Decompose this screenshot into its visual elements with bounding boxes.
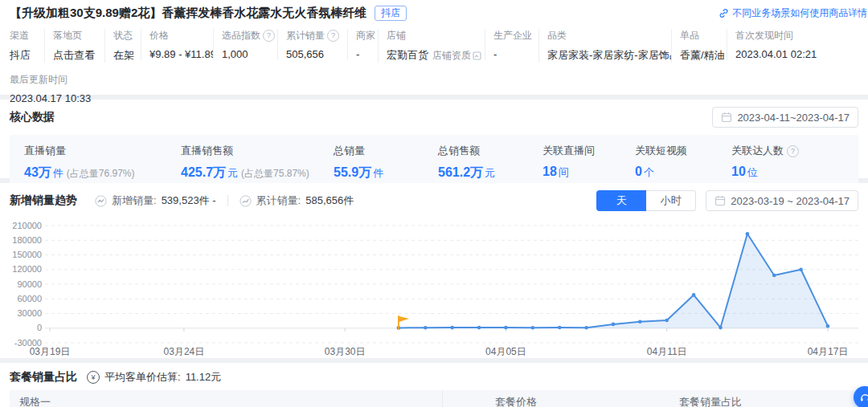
field-value: 抖店 [10,48,36,63]
product-field-11: 单品香薰/精油 [671,29,727,63]
package-share-card: 套餐销量占比 ¥ 平均客单价估算: 11.12元 规格一 套餐价格 套餐销量占比 [0,363,868,407]
svg-text:150000: 150000 [12,250,42,259]
metric-4: 总销售额561.2万元 [438,144,542,181]
package-table-header: 规格一 套餐价格 套餐销量占比 [10,390,858,407]
svg-text:03月30日: 03月30日 [325,346,366,357]
product-field-3: 状态在架 [104,29,141,63]
field-value: 香薰/精油 [680,48,719,63]
metric-label: 总销量 [334,144,438,158]
metric-6: 关联短视频0个 [635,144,731,181]
field-value: - [356,48,370,60]
field-label: 渠道 [10,29,36,43]
sales-trend-card: 新增销量趋势 新增销量: 539,523件 - 累计销量: 585,656件 天… [0,183,868,358]
svg-text:180000: 180000 [12,235,42,245]
toggle-hour-button[interactable]: 小时 [646,190,696,211]
product-field-2: 落地页点击查看 [44,29,104,63]
help-icon[interactable]: ? [787,145,799,157]
product-field-7: 商家- [347,29,378,60]
product-field-9: 生产企业- [485,29,538,60]
field-value: 505,656 [286,48,339,60]
coin-icon: ¥ [87,371,100,384]
product-field-10: 品类家居家装-家居家纺-家居饰品 [538,29,671,63]
core-data-title: 核心数据 [10,110,55,124]
product-field-8: 店铺宏勤百货店铺资质 [378,29,485,63]
field-value: ¥9.89 - ¥11.89 [149,48,205,60]
last-update: 最后更新时间 2023.04.17 10:33 [0,63,868,104]
product-field-5: 选品指数?1,000 [213,29,277,60]
product-field-12: 首次发现时间2023.04.01 02:21 [727,29,868,60]
field-value: - [493,48,530,60]
field-label: 状态 [113,29,133,43]
svg-text:30000: 30000 [17,308,42,318]
calendar-icon [721,112,732,123]
legend-new-sales[interactable]: 新增销量: 539,523件 - [95,193,216,208]
core-date-range-value: 2023-04-11~2023-04-17 [737,112,850,124]
field-value[interactable]: 点击查看 [53,48,96,63]
field-label: 价格 [149,29,205,43]
last-update-label: 最后更新时间 [10,73,858,87]
legend-new-value: 539,523件 - [162,193,216,208]
field-label: 品类 [547,29,663,43]
trend-date-range-value: 2023-03-19 ~ 2023-04-17 [731,195,850,207]
svg-text:120000: 120000 [12,264,42,274]
field-label: 店铺 [387,29,477,43]
svg-text:60000: 60000 [17,294,42,303]
metric-value: 10位 [731,165,858,180]
svg-text:03月24日: 03月24日 [164,346,205,357]
legend-cumulative-value: 585,656件 [305,193,354,208]
shop-license-icon [473,51,481,60]
avg-price-value: 11.12元 [186,370,222,385]
product-info-row: 渠道抖店落地页点击查看状态在架价格¥9.89 - ¥11.89选品指数?1,00… [0,21,868,63]
legend-divider [227,195,228,206]
svg-text:90000: 90000 [17,279,42,289]
toggle-day-button[interactable]: 天 [596,190,646,211]
column-header-share: 套餐销量占比 [679,395,742,407]
svg-text:03月19日: 03月19日 [30,346,71,357]
floating-action-button[interactable] [854,386,868,407]
column-header-price: 套餐价格 [442,390,547,407]
headset-icon [859,392,868,404]
package-share-title: 套餐销量占比 [10,370,77,385]
field-value: 在架 [113,48,133,63]
new-sales-legend-icon [95,195,107,207]
svg-text:04月11日: 04月11日 [647,346,687,357]
field-value: 2023.04.01 02:21 [735,48,860,60]
svg-text:04月17日: 04月17日 [808,346,849,357]
field-value: 家居家装-家居家纺-家居饰品 [547,48,663,63]
field-label: 选品指数? [222,29,269,43]
help-icon[interactable]: ? [263,30,275,42]
product-summary-card: 【升级加粗30支9.89赠2花】香薰挥发棒香水花露水无火香氛棒纤维 抖店 不同业… [0,0,868,95]
metric-label: 总销售额 [438,144,542,158]
metric-2: 直播销售额425.7万元(占总量75.87%) [181,144,334,181]
metric-label: 直播销售额 [181,144,334,158]
calendar-icon [714,195,726,206]
channel-badge: 抖店 [375,6,407,21]
help-link-label: 不同业务场景如何使用商品详情? [732,6,868,20]
avg-price-label: 平均客单价估算: [104,370,181,385]
metric-3: 总销量55.9万件 [334,144,438,181]
product-field-1: 渠道抖店 [10,29,44,63]
field-label: 生产企业 [493,29,530,43]
metric-value: 18间 [542,165,635,180]
core-metrics: 直播销量43万件(占总量76.97%)直播销售额425.7万元(占总量75.87… [10,135,858,190]
field-label: 首次发现时间 [735,29,860,43]
field-value: 1,000 [222,48,269,60]
shop-license-link[interactable]: 店铺资质 [432,49,481,63]
metric-1: 直播销量43万件(占总量76.97%) [24,144,181,181]
svg-text:210000: 210000 [12,221,42,230]
new-sales-trend-chart[interactable]: 2100001800001500001200009000060000300000… [5,216,868,360]
trend-date-range-picker[interactable]: 2023-03-19 ~ 2023-04-17 [706,190,858,211]
core-data-card: 核心数据 2023-04-11~2023-04-17 直播销量43万件(占总量7… [0,100,868,178]
metric-5: 关联直播间18间 [542,144,635,181]
core-date-range-picker[interactable]: 2023-04-11~2023-04-17 [712,107,858,128]
field-value[interactable]: 宏勤百货店铺资质 [387,48,477,63]
legend-new-label: 新增销量: [112,193,157,208]
title-row: 【升级加粗30支9.89赠2花】香薰挥发棒香水花露水无火香氛棒纤维 抖店 不同业… [0,0,868,21]
help-link[interactable]: 不同业务场景如何使用商品详情? [719,6,868,20]
help-icon[interactable]: ? [327,30,339,42]
field-label: 落地页 [53,29,96,43]
trend-title: 新增销量趋势 [10,193,77,208]
cumulative-sales-legend-icon [240,195,252,207]
legend-cumulative-sales[interactable]: 累计销量: 585,656件 [240,193,354,208]
metric-label: 关联短视频 [635,144,731,158]
